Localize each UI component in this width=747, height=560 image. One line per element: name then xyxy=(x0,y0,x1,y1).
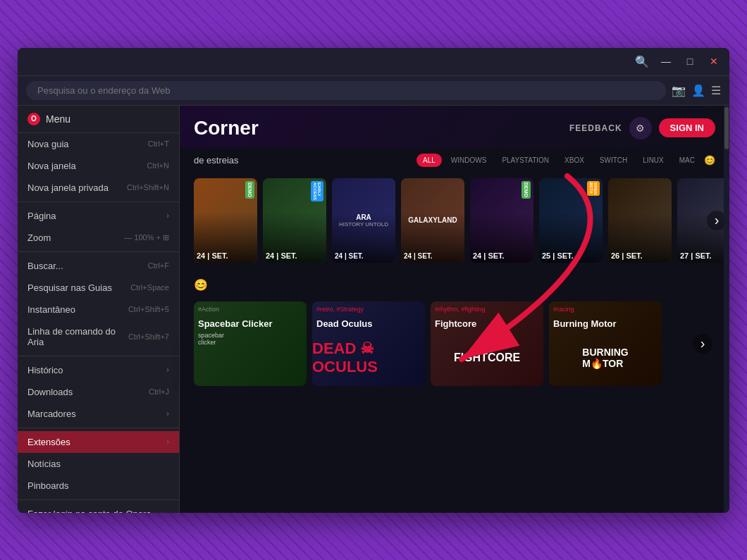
signin-button[interactable]: SIGN IN xyxy=(659,118,715,137)
menu-item-label: Linha de comando do Aria xyxy=(27,326,128,347)
menu-divider xyxy=(18,201,179,202)
menu-item-zoom[interactable]: Zoom — 100% + ⊞ xyxy=(18,227,179,249)
title-bar-controls: 🔍 — □ ✕ xyxy=(632,51,724,71)
gx-header: Corner FEEDBACK ⚙ SIGN IN xyxy=(180,106,729,148)
camera-icon[interactable]: 📷 xyxy=(672,84,686,97)
game-card-5[interactable]: DEMO 24 | SET. xyxy=(470,178,533,263)
game-card-6[interactable]: OPENBETA 25 | SET. xyxy=(539,178,603,263)
gx-corner-title: Corner xyxy=(194,117,259,139)
feedback-button[interactable]: FEEDBACK xyxy=(569,123,622,133)
game-date: 24 | SET. xyxy=(197,251,228,260)
menu-shortcut: Ctrl+J xyxy=(149,387,169,396)
filter-linux[interactable]: LINUX xyxy=(636,154,669,167)
game-card-3[interactable]: ARA HISTORY UNTOLD 24 | SET. xyxy=(332,178,395,263)
game-card-1[interactable]: DEMO 24 | SET. xyxy=(194,178,257,263)
menu-item-downloads[interactable]: Downloads Ctrl+J xyxy=(18,381,179,403)
menu-title: Menu xyxy=(46,113,70,125)
settings-button[interactable]: ⚙ xyxy=(629,117,652,139)
section-header: de estreias ALL WINDOWS PLAYSTATION XBOX… xyxy=(180,148,729,173)
menu-item-pesquisar-guias[interactable]: Pesquisar nas Guias Ctrl+Space xyxy=(18,277,179,299)
close-button[interactable]: ✕ xyxy=(704,51,724,71)
game-date: 27 | SET. xyxy=(680,251,712,260)
indie-card-4[interactable]: #racing Burning Motor BURNINGM🔥TOR xyxy=(549,301,662,386)
demo-badge: DEMO xyxy=(245,181,254,199)
menu-item-label: Downloads xyxy=(27,387,73,397)
browser-window: 🔍 — □ ✕ 📷 👤 ☰ O Menu Nova guia Ctrl+T xyxy=(18,48,729,513)
game-date: 26 | SET. xyxy=(611,251,643,260)
demo-badge-2: DEMO xyxy=(521,181,531,199)
menu-shortcut: Ctrl+T xyxy=(148,139,169,148)
menu-item-buscar[interactable]: Buscar... Ctrl+F xyxy=(18,255,179,277)
menu-icon[interactable]: ☰ xyxy=(711,84,721,97)
content-panel: Corner FEEDBACK ⚙ SIGN IN de estreias AL… xyxy=(180,106,729,513)
bottom-row-header: 😊 xyxy=(194,274,715,296)
chevron-right-icon-4: › xyxy=(166,437,169,447)
game-date: 25 | SET. xyxy=(542,251,574,260)
menu-item-nova-janela[interactable]: Nova janela Ctrl+N xyxy=(18,155,179,177)
scrollbar[interactable] xyxy=(724,106,729,513)
menu-item-label: Pinboards xyxy=(27,480,69,491)
menu-item-extensoes[interactable]: Extensões › xyxy=(18,431,179,453)
menu-item-label: Extensões xyxy=(27,437,70,447)
menu-shortcut: — 100% + ⊞ xyxy=(124,233,169,242)
menu-item-nova-guia[interactable]: Nova guia Ctrl+T xyxy=(18,133,179,155)
menu-shortcut: Ctrl+F xyxy=(148,261,169,270)
emoji-icon: 😊 xyxy=(704,155,715,166)
menu-item-nova-janela-privada[interactable]: Nova janela privada Ctrl+Shift+N xyxy=(18,177,179,199)
menu-item-marcadores[interactable]: Marcadores › xyxy=(18,403,179,425)
menu-divider-4 xyxy=(18,428,179,428)
menu-divider-5 xyxy=(18,499,179,500)
filter-all[interactable]: ALL xyxy=(416,154,442,167)
gx-header-right: FEEDBACK ⚙ SIGN IN xyxy=(569,117,715,139)
chevron-right-icon-3: › xyxy=(166,409,169,418)
game-card-2[interactable]: EARLYACCESS 24 | SET. xyxy=(263,178,326,263)
menu-header: O Menu xyxy=(18,106,179,133)
title-bar: 🔍 — □ ✕ xyxy=(18,48,729,76)
menu-item-label: Fazer login na conta do Opera... xyxy=(27,509,159,513)
user-icon[interactable]: 👤 xyxy=(691,84,705,97)
chevron-right-icon: › xyxy=(166,211,169,220)
filter-mac[interactable]: MAC xyxy=(673,154,701,167)
menu-item-noticias[interactable]: Notícias xyxy=(18,453,179,475)
menu-divider-3 xyxy=(18,356,179,356)
scrollbar-thumb xyxy=(724,107,729,149)
menu-item-label: Pesquisar nas Guias xyxy=(27,282,112,293)
filter-xbox[interactable]: XBOX xyxy=(558,154,591,167)
menu-item-label: Nova janela privada xyxy=(27,182,109,193)
main-content: O Menu Nova guia Ctrl+T Nova janela Ctrl… xyxy=(18,106,729,513)
minimize-button[interactable]: — xyxy=(656,51,676,71)
early-access-badge: EARLYACCESS xyxy=(311,181,323,201)
dropdown-menu: O Menu Nova guia Ctrl+T Nova janela Ctrl… xyxy=(18,106,180,513)
open-beta-badge: OPENBETA xyxy=(587,181,600,196)
address-input[interactable] xyxy=(26,81,666,100)
menu-item-aria[interactable]: Linha de comando do Aria Ctrl+Shift+7 xyxy=(18,321,179,353)
menu-item-label: Marcadores xyxy=(27,409,76,419)
menu-divider-2 xyxy=(18,251,179,252)
chevron-right-icon-2: › xyxy=(166,365,169,375)
search-icon[interactable]: 🔍 xyxy=(632,51,652,71)
filter-switch[interactable]: SWITCH xyxy=(593,154,634,167)
game-card-4[interactable]: GALAXYLAND 24 | SET. xyxy=(401,178,464,263)
filter-windows[interactable]: WINDOWS xyxy=(445,154,493,167)
menu-shortcut: Ctrl+Shift+N xyxy=(127,183,169,192)
indie-next-arrow-button[interactable]: › xyxy=(693,334,712,354)
filter-playstation[interactable]: PLAYSTATION xyxy=(495,154,555,167)
menu-item-pinboards[interactable]: Pinboards xyxy=(18,475,179,497)
menu-item-login[interactable]: Fazer login na conta do Opera... xyxy=(18,503,179,513)
maximize-button[interactable]: □ xyxy=(680,51,700,71)
indie-card-3[interactable]: #rhythm, #fighting Fightcore FIGHTCORE xyxy=(431,301,543,386)
menu-item-historico[interactable]: Histórico › xyxy=(18,359,179,381)
menu-item-label: Nova guia xyxy=(27,139,69,149)
indie-card-1[interactable]: #Action Spacebar Clicker spacebarclicker xyxy=(194,301,307,386)
menu-item-label: Nova janela xyxy=(27,161,76,171)
menu-item-label: Buscar... xyxy=(27,261,63,271)
menu-item-instantaneo[interactable]: Instantâneo Ctrl+Shift+5 xyxy=(18,299,179,321)
menu-item-pagina[interactable]: Página › xyxy=(18,205,179,227)
menu-item-label: Zoom xyxy=(27,232,51,243)
menu-shortcut: Ctrl+Space xyxy=(130,283,169,292)
address-bar: 📷 👤 ☰ xyxy=(18,76,729,106)
game-card-7[interactable]: 26 | SET. xyxy=(608,178,672,263)
indie-cards-row: #Action Spacebar Clicker spacebarclicker… xyxy=(194,301,715,386)
menu-shortcut: Ctrl+Shift+7 xyxy=(128,332,169,341)
indie-card-2[interactable]: #retro, #Strategy Dead Oculus DEAD ☠ OCU… xyxy=(312,301,425,386)
